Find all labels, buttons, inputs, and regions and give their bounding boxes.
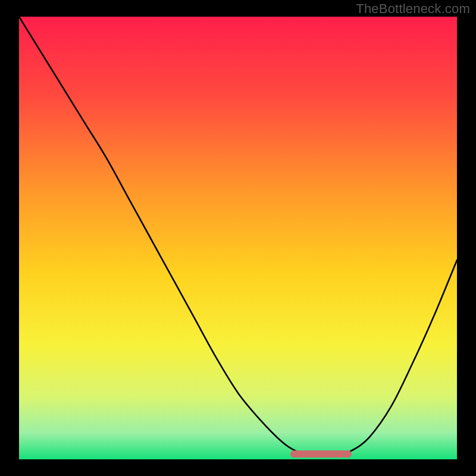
optimal-range-marker [290,450,352,458]
chart-frame [19,17,457,459]
watermark-text: TheBottleneck.com [356,1,470,17]
chart-background-gradient [19,17,457,459]
svg-rect-0 [19,17,457,459]
